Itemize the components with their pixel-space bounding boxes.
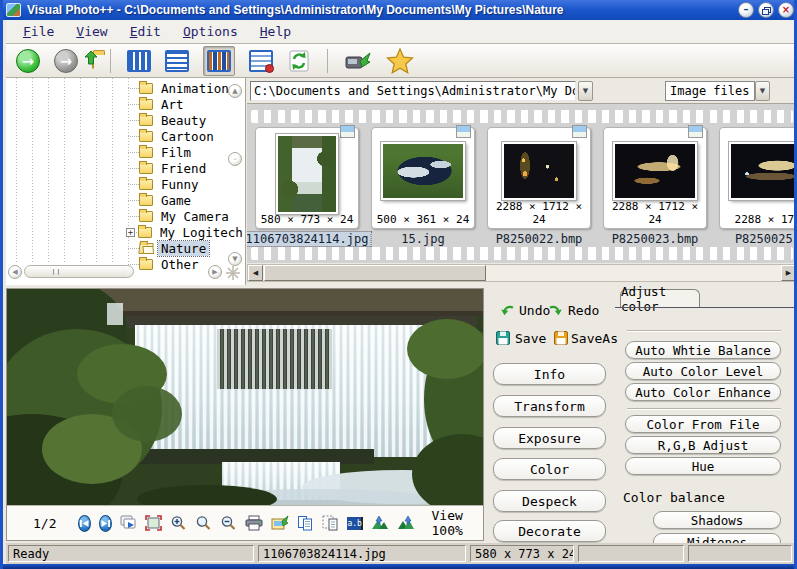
next-image-button[interactable] bbox=[99, 515, 112, 532]
export-image-button[interactable] bbox=[271, 514, 289, 532]
rotate-left-button[interactable] bbox=[371, 514, 389, 532]
tree-item-funny[interactable]: Funny bbox=[6, 176, 231, 192]
edit-view-button[interactable] bbox=[249, 50, 273, 72]
auto-white-balance-button[interactable]: Auto Whtie Balance bbox=[625, 341, 781, 359]
tree-item-animation[interactable]: Animation bbox=[6, 80, 231, 96]
filmstrip-item[interactable]: 2288 × 1712 P8250025.b bbox=[719, 127, 797, 246]
auto-color-level-button[interactable]: Auto Color Level bbox=[625, 362, 781, 380]
up-folder-button[interactable] bbox=[92, 54, 94, 68]
tree-item-my-camera[interactable]: My Camera bbox=[6, 208, 231, 224]
tree-item-label: Friend bbox=[158, 161, 209, 176]
filter-dropdown-button[interactable]: ▼ bbox=[755, 81, 770, 101]
tree-item-friend[interactable]: Friend bbox=[6, 160, 231, 176]
thumbnail-card[interactable]: 2288 × 1712 × 24 bbox=[487, 127, 591, 229]
exposure-button[interactable]: Exposure bbox=[493, 427, 606, 449]
thumbnail-filename[interactable]: P8250022.bmp bbox=[487, 232, 591, 246]
saveas-button[interactable]: SaveAs bbox=[553, 330, 618, 346]
tree-item-beauty[interactable]: Beauty bbox=[6, 112, 231, 128]
thumbnail-card[interactable]: 500 × 361 × 24 bbox=[371, 127, 475, 229]
tree-scroll-down-button[interactable]: ▼ bbox=[228, 252, 242, 266]
zoom-out-button[interactable] bbox=[220, 514, 237, 532]
color-button[interactable]: Color bbox=[493, 458, 606, 480]
filmstrip-scroll-left-button[interactable]: ◀ bbox=[248, 265, 263, 281]
menu-options[interactable]: Options bbox=[174, 22, 247, 41]
tree-item-game[interactable]: Game bbox=[6, 192, 231, 208]
thumbnail-filename-selected[interactable]: 1106703824114.jpg bbox=[247, 232, 370, 246]
restore-button[interactable] bbox=[758, 2, 774, 18]
refresh-button[interactable] bbox=[287, 49, 311, 73]
tree-expander[interactable]: + bbox=[126, 228, 135, 237]
filmstrip-item[interactable]: 2288 × 1712 × 24 P8250023.bmp bbox=[603, 127, 707, 246]
fit-window-button[interactable] bbox=[145, 514, 162, 532]
address-input[interactable]: C:\Documents and Settings\Administrator\… bbox=[250, 81, 576, 101]
filmstrip-scrollbar[interactable]: ◀ ▶ bbox=[247, 264, 797, 282]
tree-scroll-left-button[interactable]: ◀ bbox=[8, 265, 22, 279]
redo-button[interactable]: Redo bbox=[548, 302, 599, 318]
address-dropdown-button[interactable]: ▼ bbox=[578, 81, 593, 101]
menu-help[interactable]: Help bbox=[251, 22, 300, 41]
minimize-button[interactable]: – bbox=[738, 2, 754, 18]
tree-item-label: Game bbox=[158, 193, 194, 208]
preview-image-waterfall[interactable] bbox=[7, 289, 483, 505]
tree-scroll-up-button[interactable]: ▲ bbox=[228, 84, 242, 98]
title-bar[interactable]: Visual Photo++ - C:\Documents and Settin… bbox=[0, 0, 797, 20]
filmstrip-scroll-right-button[interactable]: ▶ bbox=[781, 265, 796, 281]
tab-adjust-color[interactable]: Adjust color bbox=[620, 289, 700, 308]
zoom-in-button[interactable] bbox=[170, 514, 187, 532]
rotate-right-button[interactable] bbox=[397, 514, 415, 532]
tree-item-cartoon[interactable]: Cartoon bbox=[6, 128, 231, 144]
rename-button[interactable]: a.b bbox=[347, 514, 363, 532]
info-button[interactable]: Info bbox=[493, 363, 606, 385]
thumbnail-filename[interactable]: P8250023.bmp bbox=[603, 232, 707, 246]
filmstrip-view-button[interactable] bbox=[203, 46, 235, 76]
filmstrip-item[interactable]: 500 × 361 × 24 15.jpg bbox=[371, 127, 475, 246]
filmstrip-scroll-thumb[interactable] bbox=[264, 265, 486, 281]
tree-item-film[interactable]: Film bbox=[6, 144, 231, 160]
thumbnail-filename[interactable]: P8250025.b bbox=[719, 232, 797, 246]
tree-item-my-logitech[interactable]: +My Logitech bbox=[6, 224, 231, 240]
slideshow-button[interactable] bbox=[120, 514, 137, 532]
tree-hscroll-thumb[interactable] bbox=[24, 265, 134, 278]
transform-button[interactable]: Transform bbox=[493, 395, 606, 417]
tree-item-label: Film bbox=[158, 145, 194, 160]
menu-view[interactable]: View bbox=[67, 22, 116, 41]
details-view-button[interactable] bbox=[165, 50, 189, 72]
tree-item-nature[interactable]: Nature bbox=[6, 240, 231, 256]
tree-connector bbox=[128, 184, 139, 185]
shadows-button[interactable]: Shadows bbox=[653, 511, 781, 529]
status-ready: Ready bbox=[8, 545, 254, 562]
file-filter-combo[interactable]: Image files bbox=[665, 81, 755, 101]
rgb-adjust-button[interactable]: R,G,B Adjust bbox=[625, 436, 781, 454]
copy-button[interactable] bbox=[297, 514, 314, 532]
previous-image-button[interactable] bbox=[78, 515, 91, 532]
save-button[interactable]: Save bbox=[495, 330, 546, 346]
thumbnail-filename[interactable]: 15.jpg bbox=[371, 232, 475, 246]
thumbnail-card[interactable]: 2288 × 1712 bbox=[719, 127, 797, 229]
forward-button[interactable]: → bbox=[54, 49, 78, 73]
zoom-actual-button[interactable] bbox=[195, 514, 212, 532]
back-button[interactable]: → bbox=[16, 49, 40, 73]
filmstrip-item[interactable]: 580 × 773 × 24 1106703824114.jpg bbox=[255, 127, 359, 246]
color-from-file-button[interactable]: Color From File bbox=[625, 415, 781, 433]
thumbnail-dimensions: 2288 × 1712 × 24 bbox=[604, 200, 706, 226]
acquire-export-button[interactable] bbox=[344, 49, 372, 73]
favorites-star-button[interactable] bbox=[386, 48, 414, 74]
despeck-button[interactable]: Despeck bbox=[493, 490, 606, 512]
folder-icon bbox=[139, 147, 153, 158]
paste-button[interactable] bbox=[322, 514, 339, 532]
print-button[interactable] bbox=[245, 514, 263, 532]
auto-color-enhance-button[interactable]: Auto Color Enhance bbox=[625, 383, 781, 401]
menu-edit[interactable]: Edit bbox=[121, 22, 170, 41]
undo-button[interactable]: Undo bbox=[499, 302, 550, 318]
tree-scroll-thumb[interactable]: – bbox=[228, 152, 242, 166]
hue-button[interactable]: Hue bbox=[625, 457, 781, 475]
filmstrip-item[interactable]: 2288 × 1712 × 24 P8250022.bmp bbox=[487, 127, 591, 246]
tree-scroll-right-button[interactable]: ▶ bbox=[208, 265, 222, 279]
thumbnails-view-button[interactable] bbox=[127, 50, 151, 72]
decorate-button[interactable]: Decorate bbox=[493, 520, 606, 542]
close-button[interactable]: × bbox=[778, 2, 794, 18]
thumbnail-card[interactable]: 2288 × 1712 × 24 bbox=[603, 127, 707, 229]
thumbnail-card-selected[interactable]: 580 × 773 × 24 bbox=[255, 127, 359, 229]
tree-item-art[interactable]: Art bbox=[6, 96, 231, 112]
menu-file[interactable]: File bbox=[14, 22, 63, 41]
